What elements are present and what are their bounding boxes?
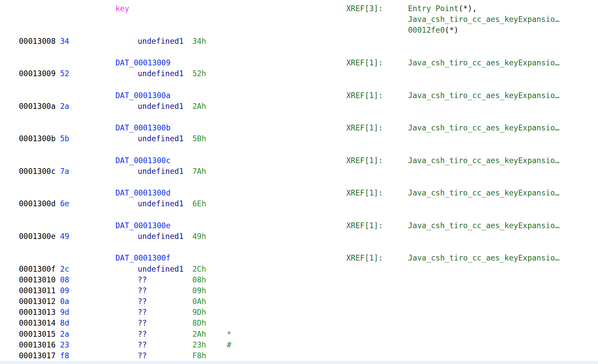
address-cell[interactable]: 00013011 (19, 285, 56, 296)
xref-target-name[interactable]: Java_csh_tiro_cc_aes_keyExpansio… (408, 15, 560, 24)
address-cell[interactable]: 0001300b (19, 133, 56, 144)
address-cell[interactable]: 0001300d (19, 198, 56, 209)
mnemonic-cell[interactable]: undefined1 (138, 68, 184, 79)
operand-cell[interactable]: 23h (192, 339, 206, 350)
address-cell[interactable]: 00013017 (19, 350, 56, 361)
address-cell[interactable]: 0001300a (19, 101, 56, 112)
mnemonic-cell[interactable]: undefined1 (138, 264, 184, 274)
operand-cell[interactable]: 34h (192, 36, 206, 47)
xref-target-name[interactable]: Java_csh_tiro_cc_aes_keyExpansio… (408, 91, 560, 100)
xref-target-name[interactable]: Java_csh_tiro_cc_aes_keyExpansio… (408, 58, 560, 67)
address-cell[interactable]: 00013010 (19, 274, 56, 285)
xref-target[interactable]: Java_csh_tiro_cc_aes_keyExpansio… (408, 252, 560, 263)
byte-cell[interactable]: 9d (60, 307, 69, 317)
mnemonic-cell[interactable]: ?? (138, 274, 147, 285)
operand-cell[interactable]: 2Ah (192, 101, 206, 112)
byte-cell[interactable]: 34 (60, 36, 69, 47)
mnemonic-cell[interactable]: undefined1 (138, 133, 184, 144)
xref-count[interactable]: XREF[1]: (346, 122, 383, 133)
address-cell[interactable]: 00013015 (19, 329, 56, 339)
symbol-label[interactable]: DAT_0001300b (115, 122, 170, 133)
byte-cell[interactable]: 09 (60, 285, 69, 296)
mnemonic-cell[interactable]: ?? (138, 339, 147, 350)
byte-cell[interactable]: 0a (60, 296, 69, 307)
byte-cell[interactable]: 8d (60, 317, 69, 328)
byte-cell[interactable]: 2a (60, 101, 69, 112)
symbol-label[interactable]: key (115, 3, 129, 14)
mnemonic-cell[interactable]: ?? (138, 329, 147, 339)
xref-target[interactable]: 00012fe0(*) (408, 25, 459, 35)
comment-marker[interactable]: * (227, 329, 232, 339)
byte-cell[interactable]: 6e (60, 198, 69, 209)
symbol-label[interactable]: DAT_0001300d (115, 187, 170, 198)
byte-cell[interactable]: 2a (60, 329, 69, 339)
operand-cell[interactable]: 6Eh (192, 198, 206, 209)
operand-cell[interactable]: 49h (192, 231, 206, 242)
operand-cell[interactable]: 5Bh (192, 133, 206, 144)
xref-count[interactable]: XREF[1]: (346, 252, 383, 263)
symbol-label[interactable]: DAT_0001300e (115, 220, 170, 231)
address-cell[interactable]: 00013009 (19, 68, 56, 79)
mnemonic-cell[interactable]: undefined1 (138, 101, 184, 112)
address-cell[interactable]: 00013016 (19, 339, 56, 350)
xref-target-name[interactable]: 00012fe0 (408, 26, 445, 34)
mnemonic-cell[interactable]: ?? (138, 285, 147, 296)
xref-target[interactable]: Java_csh_tiro_cc_aes_keyExpansio… (408, 14, 560, 25)
xref-target[interactable]: Java_csh_tiro_cc_aes_keyExpansio… (408, 220, 560, 231)
address-cell[interactable]: 0001300f (19, 264, 56, 274)
mnemonic-cell[interactable]: undefined1 (138, 36, 184, 47)
address-cell[interactable]: 00013012 (19, 296, 56, 307)
mnemonic-cell[interactable]: ?? (138, 307, 147, 317)
xref-target-name[interactable]: Java_csh_tiro_cc_aes_keyExpansio… (408, 156, 560, 165)
byte-cell[interactable]: 52 (60, 68, 69, 79)
xref-count[interactable]: XREF[1]: (346, 220, 383, 231)
xref-count[interactable]: XREF[1]: (346, 187, 383, 198)
byte-cell[interactable]: f8 (60, 350, 69, 361)
xref-count[interactable]: XREF[1]: (346, 155, 383, 166)
symbol-label[interactable]: DAT_0001300f (115, 252, 170, 263)
comment-marker[interactable]: # (227, 339, 232, 350)
operand-cell[interactable]: 8Dh (192, 317, 206, 328)
address-cell[interactable]: 0001300e (19, 231, 56, 242)
operand-cell[interactable]: 2Ch (192, 264, 206, 274)
mnemonic-cell[interactable]: undefined1 (138, 166, 184, 177)
disassembly-listing[interactable]: keyXREF[3]:Entry Point(*),Java_csh_tiro_… (0, 0, 598, 364)
operand-cell[interactable]: 7Ah (192, 166, 206, 177)
xref-target-name[interactable]: Entry Point (408, 4, 459, 13)
byte-cell[interactable]: 2c (60, 264, 69, 274)
operand-cell[interactable]: 0Ah (192, 296, 206, 307)
xref-count[interactable]: XREF[1]: (346, 57, 383, 68)
byte-cell[interactable]: 08 (60, 274, 69, 285)
operand-cell[interactable]: F8h (192, 350, 206, 361)
address-cell[interactable]: 00013014 (19, 317, 56, 328)
xref-target[interactable]: Java_csh_tiro_cc_aes_keyExpansio… (408, 57, 560, 68)
address-cell[interactable]: 00013013 (19, 307, 56, 317)
operand-cell[interactable]: 2Ah (192, 329, 206, 339)
mnemonic-cell[interactable]: ?? (138, 317, 147, 328)
byte-cell[interactable]: 7a (60, 166, 69, 177)
mnemonic-cell[interactable]: undefined1 (138, 198, 184, 209)
xref-count[interactable]: XREF[3]: (346, 3, 383, 14)
byte-cell[interactable]: 49 (60, 231, 69, 242)
byte-cell[interactable]: 23 (60, 339, 69, 350)
symbol-label[interactable]: DAT_0001300c (115, 155, 170, 166)
xref-target-name[interactable]: Java_csh_tiro_cc_aes_keyExpansio… (408, 188, 560, 197)
mnemonic-cell[interactable]: ?? (138, 296, 147, 307)
mnemonic-cell[interactable]: ?? (138, 350, 147, 361)
xref-target[interactable]: Java_csh_tiro_cc_aes_keyExpansio… (408, 155, 560, 166)
xref-target[interactable]: Java_csh_tiro_cc_aes_keyExpansio… (408, 90, 560, 101)
xref-count[interactable]: XREF[1]: (346, 90, 383, 101)
operand-cell[interactable]: 9Dh (192, 307, 206, 317)
operand-cell[interactable]: 09h (192, 285, 206, 296)
xref-target-name[interactable]: Java_csh_tiro_cc_aes_keyExpansio… (408, 123, 560, 132)
xref-target[interactable]: Java_csh_tiro_cc_aes_keyExpansio… (408, 187, 560, 198)
xref-target-name[interactable]: Java_csh_tiro_cc_aes_keyExpansio… (408, 221, 560, 230)
byte-cell[interactable]: 5b (60, 133, 69, 144)
operand-cell[interactable]: 08h (192, 274, 206, 285)
xref-target-name[interactable]: Java_csh_tiro_cc_aes_keyExpansio… (408, 253, 560, 262)
mnemonic-cell[interactable]: undefined1 (138, 231, 184, 242)
operand-cell[interactable]: 52h (192, 68, 206, 79)
address-cell[interactable]: 00013008 (19, 36, 56, 47)
selected-row-highlight[interactable] (0, 361, 598, 364)
symbol-label[interactable]: DAT_0001300a (115, 90, 170, 101)
